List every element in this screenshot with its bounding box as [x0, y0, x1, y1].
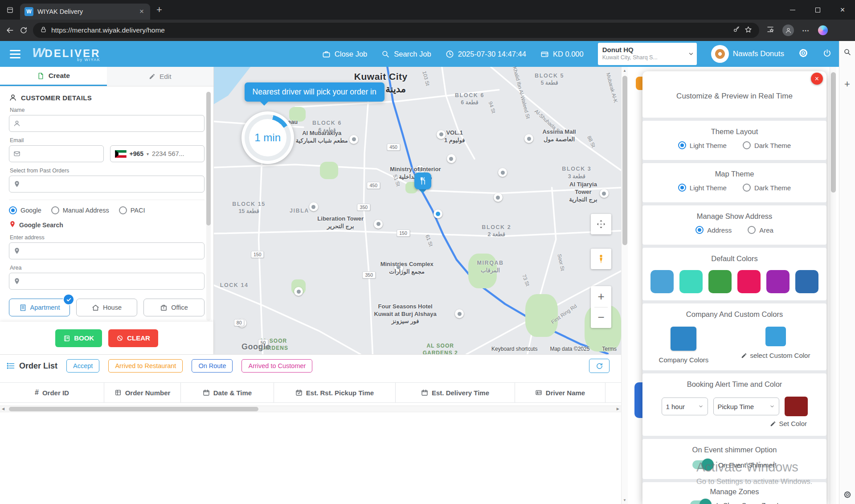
- filter-on-route[interactable]: On Route: [192, 359, 233, 373]
- browser-tab[interactable]: W WIYAK Delivery ×: [20, 4, 150, 20]
- window-close-button[interactable]: ×: [830, 0, 855, 20]
- logout-power-icon[interactable]: [822, 49, 832, 60]
- map-canvas[interactable]: Kuwait City مدينة الكويتBLOCK 5 قطعة 5BL…: [214, 67, 621, 354]
- app-logo[interactable]: W DELIVER by WIYAK: [32, 46, 100, 62]
- color-swatch[interactable]: [795, 270, 818, 293]
- scroll-left-arrow-icon[interactable]: ◀: [2, 407, 4, 411]
- zoom-in-button[interactable]: +: [591, 286, 611, 307]
- booking-color-swatch[interactable]: [785, 397, 808, 416]
- phone-field[interactable]: +965 ▾: [110, 145, 205, 162]
- custom-color-swatch[interactable]: [765, 327, 786, 346]
- url-text[interactable]: https://merchant.wiyak.delivery/home: [51, 26, 728, 34]
- destination-dot-marker[interactable]: [434, 209, 442, 218]
- building-office-button[interactable]: Office: [143, 299, 205, 316]
- wallet-balance[interactable]: KD 0.000: [540, 50, 584, 58]
- color-swatch[interactable]: [737, 270, 761, 293]
- tab-edit[interactable]: Edit: [107, 67, 214, 86]
- page-scroll-thumb[interactable]: [831, 72, 836, 193]
- email-input[interactable]: [25, 146, 103, 162]
- radio-paci[interactable]: PACI: [119, 206, 145, 214]
- password-key-icon[interactable]: [733, 26, 740, 35]
- theme-dark-radio[interactable]: Dark Theme: [743, 141, 791, 149]
- filter-arrived-restaurant[interactable]: Arrived to Restaurant: [108, 359, 183, 373]
- phone-input[interactable]: [152, 150, 200, 157]
- color-swatch[interactable]: [650, 270, 674, 293]
- surge-zone-toggle[interactable]: [690, 500, 711, 504]
- branch-selector[interactable]: Donut HQ Kuwait City, Sharq S...: [598, 43, 697, 65]
- panel-close-icon[interactable]: ×: [811, 73, 823, 85]
- booking-time-select[interactable]: 1 hour: [662, 397, 708, 415]
- tab-create[interactable]: Create: [0, 67, 107, 86]
- column-date-time[interactable]: Date & Time: [181, 383, 274, 402]
- map-light-radio[interactable]: Light Theme: [678, 184, 727, 192]
- page-vertical-scrollbar[interactable]: [830, 67, 836, 504]
- window-maximize-button[interactable]: [805, 0, 830, 20]
- area-radio[interactable]: Area: [748, 226, 773, 234]
- left-panel-scrollbar[interactable]: [206, 92, 211, 321]
- refresh-icon[interactable]: [20, 26, 28, 34]
- clear-button[interactable]: CLEAR: [108, 329, 158, 347]
- tab-close-icon[interactable]: ×: [138, 7, 146, 16]
- map-dark-radio[interactable]: Dark Theme: [743, 184, 791, 192]
- keyboard-shortcuts-link[interactable]: Keyboard shortcuts: [491, 346, 537, 352]
- column-order-number[interactable]: Order Number: [104, 383, 181, 402]
- vertical-scroll-thumb[interactable]: [622, 76, 627, 245]
- color-swatch[interactable]: [766, 270, 790, 293]
- past-orders-input[interactable]: [25, 176, 204, 192]
- new-tab-button[interactable]: +: [156, 4, 162, 16]
- building-apartment-button[interactable]: Apartment: [9, 299, 70, 316]
- search-job-button[interactable]: Search Job: [381, 50, 431, 58]
- tab-actions-icon[interactable]: [6, 6, 14, 14]
- color-swatch[interactable]: [708, 270, 732, 293]
- color-swatch[interactable]: [679, 270, 703, 293]
- pegman-icon[interactable]: [591, 249, 611, 269]
- column-est-pickup[interactable]: Est. Rst. Pickup Time: [274, 383, 396, 402]
- horizontal-scroll-thumb[interactable]: [9, 407, 258, 411]
- set-color-action[interactable]: Set Color: [642, 420, 807, 427]
- content-vertical-scrollbar[interactable]: ▲ ▼: [621, 67, 628, 504]
- custom-color-caption[interactable]: select Custom Color: [741, 352, 810, 359]
- radio-google[interactable]: Google: [9, 206, 41, 214]
- user-menu[interactable]: Nawafs Donuts: [711, 45, 784, 63]
- browser-menu-icon[interactable]: ⋯: [802, 26, 810, 35]
- close-job-button[interactable]: Close Job: [322, 50, 367, 58]
- building-house-button[interactable]: House: [76, 299, 137, 316]
- sidebar-search-icon[interactable]: [843, 48, 851, 56]
- sidebar-add-icon[interactable]: +: [844, 78, 850, 90]
- phone-country-code[interactable]: +965: [130, 150, 144, 157]
- terms-link[interactable]: Terms: [602, 346, 617, 352]
- column-driver-name[interactable]: Driver Name: [515, 383, 605, 402]
- radio-manual-address[interactable]: Manual Address: [51, 206, 109, 214]
- filter-arrived-customer[interactable]: Arrived to Customer: [241, 359, 312, 373]
- address-radio[interactable]: Address: [695, 226, 732, 234]
- scroll-right-arrow-icon[interactable]: ▶: [617, 407, 619, 411]
- restaurant-pin[interactable]: [414, 172, 431, 192]
- scroll-up-arrow-icon[interactable]: ▲: [622, 67, 628, 74]
- shimmer-toggle[interactable]: [692, 460, 713, 469]
- window-minimize-button[interactable]: [780, 0, 805, 20]
- browser-profile-avatar[interactable]: [782, 25, 794, 36]
- scroll-down-arrow-icon[interactable]: ▼: [622, 496, 628, 504]
- map-pan-control[interactable]: [591, 214, 611, 234]
- favorites-bar-icon[interactable]: [766, 25, 774, 35]
- booking-type-select[interactable]: Pickup Time: [713, 397, 779, 415]
- hamburger-menu-icon[interactable]: [7, 48, 23, 60]
- name-input[interactable]: [25, 115, 204, 131]
- orders-horizontal-scrollbar[interactable]: ◀ ▶: [0, 406, 621, 412]
- url-bar[interactable]: https://merchant.wiyak.delivery/home: [33, 23, 759, 38]
- theme-light-radio[interactable]: Light Theme: [678, 141, 727, 149]
- zoom-out-button[interactable]: −: [591, 307, 611, 328]
- column-est-delivery[interactable]: Est. Delivery Time: [396, 383, 515, 402]
- settings-gear-icon[interactable]: [798, 48, 808, 60]
- back-icon[interactable]: [5, 26, 14, 35]
- company-color-swatch[interactable]: [671, 327, 696, 351]
- sidebar-settings-gear-icon[interactable]: [843, 491, 851, 499]
- filter-accept[interactable]: Accept: [66, 359, 99, 373]
- refresh-orders-button[interactable]: [589, 359, 610, 373]
- lock-icon[interactable]: [40, 26, 47, 35]
- address-input[interactable]: [25, 243, 204, 259]
- book-button[interactable]: BOOK: [55, 329, 102, 347]
- column-order-id[interactable]: # Order ID: [0, 383, 104, 402]
- copilot-icon[interactable]: [818, 25, 828, 35]
- bookmark-star-icon[interactable]: [745, 26, 752, 35]
